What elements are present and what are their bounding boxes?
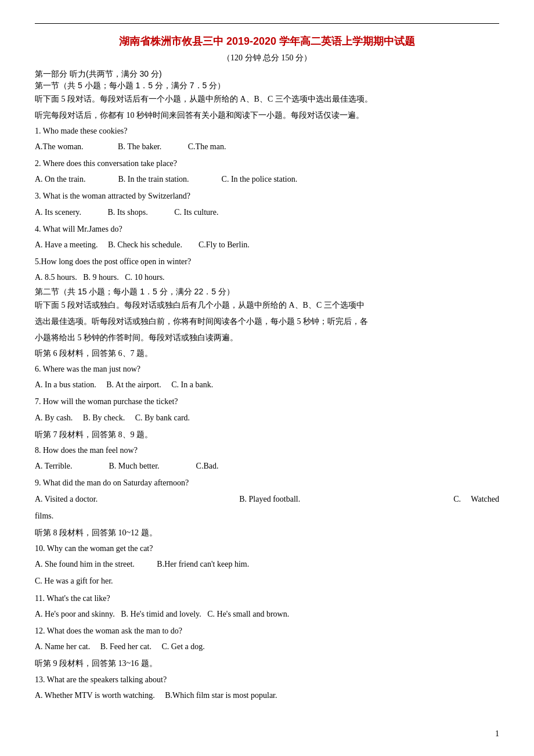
question-8: 8. How does the man feel now? A. Terribl… [35,443,499,473]
group-7-label: 听第 7 段材料，回答第 8、9 题。 [35,427,499,442]
subtitle: （120 分钟 总分 150 分） [35,53,499,63]
part1-header: 第一部分 听力(共两节，满分 30 分) [35,69,499,80]
question-3-options: A. Its scenery. B. Its shops. C. Its cul… [35,205,499,219]
question-1-text: 1. Who made these cookies? [35,124,499,138]
main-title: 湖南省株洲市攸县三中 2019-2020 学年高二英语上学期期中试题 [35,34,499,48]
question-4: 4. What will Mr.James do? A. Have a meet… [35,222,499,252]
question-9-options: A. Visited a doctor. B. Played football.… [35,492,499,506]
question-1: 1. Who made these cookies? A.The woman. … [35,124,499,154]
question-12-options: A. Name her cat. B. Feed her cat. C. Get… [35,639,499,654]
page-number: 1 [495,729,499,739]
question-7-options: A. By cash. B. By check. C. By bank card… [35,411,499,425]
question-12: 12. What does the woman ask the man to d… [35,624,499,654]
question-2: 2. Where does this conversation take pla… [35,156,499,186]
instruction-2: 听完每段对话后，你都有 10 秒钟时间来回答有关小题和阅读下一小题。每段对话仅读… [35,109,499,123]
question-9-options-line2: films. [35,509,499,523]
question-3-text: 3. What is the woman attracted by Switze… [35,189,499,203]
instruction-1: 听下面 5 段对话。每段对话后有一个小题，从题中所给的 A、B、C 三个选项中选… [35,92,499,106]
question-8-options: A. Terrible. B. Much better. C.Bad. [35,459,499,473]
question-7: 7. How will the woman purchase the ticke… [35,394,499,424]
question-8-text: 8. How does the man feel now? [35,443,499,458]
question-13-text: 13. What are the speakers talking about? [35,672,499,687]
group-9-label: 听第 9 段材料，回答第 13~16 题。 [35,656,499,671]
question-11-text: 11. What's the cat like? [35,591,499,606]
top-border [35,23,499,24]
section1-header: 第一节（共 5 小题；每小题 1．5 分，满分 7．5 分） [35,81,499,91]
section2-inst-1: 听下面 5 段对话或独白。每段对话或独白后有几个小题，从题中所给的 A、B、C … [35,298,499,312]
section2-header: 第二节（共 15 小题；每小题 1．5 分，满分 22．5 分） [35,287,499,297]
question-10-text: 10. Why can the woman get the cat? [35,541,499,556]
question-5-options: A. 8.5 hours. B. 9 hours. C. 10 hours. [35,270,499,285]
group-6-label: 听第 6 段材料，回答第 6、7 题。 [35,346,499,361]
question-1-options: A.The woman. B. The baker. C.The man. [35,139,499,154]
question-4-text: 4. What will Mr.James do? [35,222,499,236]
question-13-options: A. Whether MTV is worth watching. B.Whic… [35,688,499,703]
question-13: 13. What are the speakers talking about?… [35,672,499,703]
question-12-text: 12. What does the woman ask the man to d… [35,624,499,638]
question-6: 6. Where was the man just now? A. In a b… [35,362,499,392]
question-11-options: A. He's poor and skinny. B. He's timid a… [35,607,499,621]
section2-inst-3: 小题将给出 5 秒钟的作答时间。每段对话或独白读两遍。 [35,331,499,345]
question-6-text: 6. Where was the man just now? [35,362,499,376]
question-10-options: A. She found him in the street. B.Her fr… [35,557,499,571]
section2-inst-2: 选出最佳选项。听每段对话或独白前，你将有时间阅读各个小题，每小题 5 秒钟；听完… [35,315,499,329]
question-4-options: A. Have a meeting. B. Check his schedule… [35,237,499,252]
question-7-text: 7. How will the woman purchase the ticke… [35,394,499,409]
question-10: 10. Why can the woman get the cat? A. Sh… [35,541,499,589]
question-2-text: 2. Where does this conversation take pla… [35,156,499,171]
question-9: 9. What did the man do on Saturday after… [35,476,499,523]
question-9-text: 9. What did the man do on Saturday after… [35,476,499,490]
question-6-options: A. In a bus station. B. At the airport. … [35,377,499,392]
question-5-text: 5.How long does the post office open in … [35,254,499,269]
group-8-label: 听第 8 段材料，回答第 10~12 题。 [35,525,499,540]
question-2-options: A. On the train. B. In the train station… [35,172,499,186]
question-10-options-c: C. He was a gift for her. [35,574,499,588]
question-11: 11. What's the cat like? A. He's poor an… [35,591,499,621]
question-3: 3. What is the woman attracted by Switze… [35,189,499,219]
question-5: 5.How long does the post office open in … [35,254,499,285]
